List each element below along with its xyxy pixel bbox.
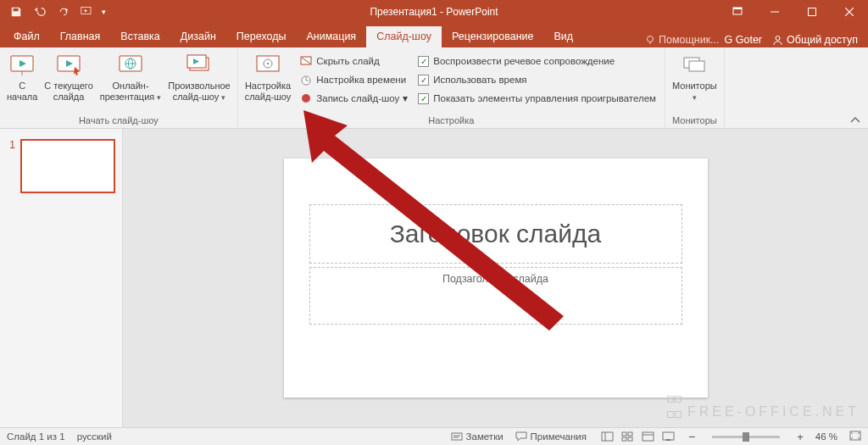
tab-transitions[interactable]: Переходы [226, 26, 297, 47]
tab-slideshow[interactable]: Слайд-шоу [366, 26, 442, 47]
setup-slideshow-button[interactable]: Настройкаслайд-шоу [242, 50, 295, 102]
show-media-controls-checkbox[interactable]: ✓Показать элементы управления проигрыват… [418, 90, 656, 107]
checkbox-checked-icon: ✓ [418, 93, 429, 104]
zoom-slider[interactable] [712, 436, 780, 438]
group-label: Начать слайд-шоу [3, 115, 234, 127]
reading-view-button[interactable] [639, 430, 656, 443]
svg-point-27 [302, 94, 310, 103]
slide-thumbnail-1[interactable] [20, 139, 115, 193]
lightbulb-icon [645, 35, 655, 45]
work-area: 1 Заголовок слайда Подзаголовок слайда [0, 129, 868, 427]
svg-point-7 [648, 36, 654, 42]
tab-design[interactable]: Дизайн [170, 26, 226, 47]
svg-rect-37 [628, 432, 632, 436]
tab-view[interactable]: Вид [543, 26, 583, 47]
user-name[interactable]: G Goter [725, 34, 762, 46]
share-label: Общий доступ [787, 34, 858, 46]
play-narrations-checkbox[interactable]: ✓Воспроизвести речевое сопровождение [418, 53, 656, 70]
qat-dropdown-icon[interactable]: ▾ [102, 8, 106, 16]
svg-rect-21 [267, 63, 269, 64]
sorter-view-button[interactable] [619, 430, 636, 443]
language-indicator[interactable]: русский [77, 431, 112, 442]
view-buttons [598, 430, 676, 443]
close-button[interactable] [831, 0, 868, 24]
setup-slideshow-icon [254, 52, 281, 79]
group-label: Мониторы [669, 115, 721, 127]
rehearse-timings-icon [299, 73, 313, 86]
svg-rect-2 [733, 8, 742, 9]
tab-review[interactable]: Рецензирование [442, 26, 544, 47]
tab-insert[interactable]: Вставка [110, 26, 170, 47]
svg-rect-40 [643, 432, 654, 441]
group-setup: Настройкаслайд-шоу Скрыть слайд Настройк… [238, 47, 665, 128]
zoom-out-button[interactable]: − [688, 430, 695, 443]
slide[interactable]: Заголовок слайда Подзаголовок слайда [284, 159, 708, 398]
svg-rect-29 [689, 61, 704, 71]
from-beginning-icon [8, 52, 36, 79]
group-start-slideshow: Сначала С текущегослайда Онлайн-презента… [0, 47, 238, 128]
slideshow-view-button[interactable] [659, 430, 676, 443]
comments-icon [515, 431, 527, 442]
checkbox-checked-icon: ✓ [418, 56, 429, 67]
from-beginning-button[interactable]: Сначала [3, 50, 41, 102]
monitors-icon [681, 52, 708, 79]
title-text: Заголовок слайда [390, 220, 602, 248]
monitors-button[interactable]: Мониторы▾ [669, 50, 721, 102]
thumbnail-number: 1 [7, 139, 15, 193]
group-monitors: Мониторы▾ Мониторы [665, 47, 725, 128]
chevron-down-icon: ▾ [693, 93, 697, 102]
svg-rect-38 [622, 437, 626, 441]
thumbnail-row: 1 [7, 139, 115, 193]
status-bar: Слайд 1 из 1 русский Заметки Примечания … [0, 427, 868, 445]
zoom-level[interactable]: 46 % [815, 431, 837, 442]
record-slideshow-icon [299, 92, 313, 105]
collapse-ribbon-button[interactable] [843, 47, 868, 128]
tell-me[interactable]: Помощник... [645, 34, 720, 46]
share-icon [772, 35, 783, 46]
comments-button[interactable]: Примечания [515, 431, 587, 442]
from-current-button[interactable]: С текущегослайда [41, 50, 96, 102]
minimize-button[interactable] [756, 0, 793, 24]
svg-rect-4 [809, 8, 816, 16]
chevron-down-icon: ▾ [157, 93, 161, 102]
title-bar: ▾ Презентация1 - PowerPoint [0, 0, 868, 24]
svg-point-9 [776, 36, 780, 40]
custom-slideshow-button[interactable]: Произвольноеслайд-шоу ▾ [164, 50, 233, 102]
group-label: Настройка [242, 115, 661, 127]
hide-slide-button[interactable]: Скрыть слайд [299, 53, 408, 70]
tab-file[interactable]: Файл [3, 26, 50, 47]
checkbox-checked-icon: ✓ [418, 75, 429, 86]
undo-icon[interactable] [31, 3, 49, 21]
zoom-in-button[interactable]: + [797, 431, 804, 443]
title-placeholder[interactable]: Заголовок слайда [309, 204, 682, 264]
chevron-down-icon: ▾ [221, 93, 225, 102]
custom-slideshow-icon [186, 52, 213, 79]
present-online-button[interactable]: Онлайн-презентация ▾ [97, 50, 165, 102]
thumbnail-pane[interactable]: 1 [0, 129, 123, 427]
rehearse-timings-button[interactable]: Настройка времени [299, 71, 408, 88]
svg-rect-39 [628, 437, 632, 441]
tab-animations[interactable]: Анимация [296, 26, 366, 47]
maximize-button[interactable] [793, 0, 831, 24]
ribbon: Сначала С текущегослайда Онлайн-презента… [0, 47, 868, 129]
notes-button[interactable]: Заметки [451, 431, 504, 442]
zoom-slider-thumb[interactable] [743, 432, 749, 442]
tab-home[interactable]: Главная [50, 26, 111, 47]
ribbon-options-icon[interactable] [719, 0, 756, 24]
normal-view-button[interactable] [598, 430, 615, 443]
share-button[interactable]: Общий доступ [767, 32, 863, 47]
subtitle-text: Подзаголовок слайда [442, 273, 548, 285]
tell-me-label: Помощник... [659, 34, 720, 46]
start-from-beginning-icon[interactable] [78, 3, 97, 21]
svg-rect-31 [452, 433, 462, 440]
use-timings-checkbox[interactable]: ✓Использовать время [418, 71, 656, 88]
slide-canvas[interactable]: Заголовок слайда Подзаголовок слайда [123, 129, 868, 427]
record-slideshow-button[interactable]: Запись слайд-шоу ▾ [299, 90, 408, 107]
svg-rect-36 [622, 432, 626, 436]
subtitle-placeholder[interactable]: Подзаголовок слайда [309, 267, 682, 325]
save-icon[interactable] [7, 3, 25, 21]
redo-icon[interactable] [54, 3, 73, 21]
from-current-icon [55, 52, 82, 79]
slide-indicator[interactable]: Слайд 1 из 1 [7, 431, 65, 442]
fit-to-window-button[interactable] [849, 431, 861, 442]
